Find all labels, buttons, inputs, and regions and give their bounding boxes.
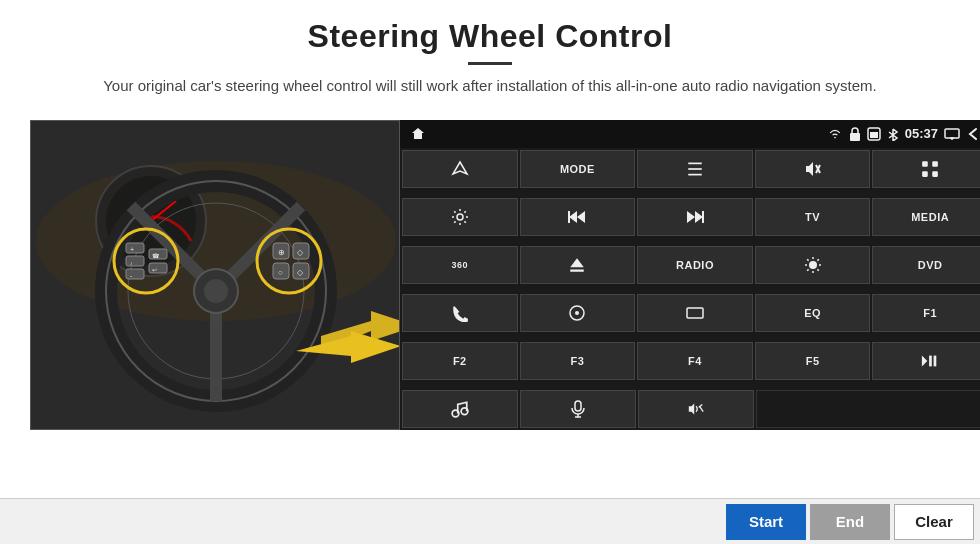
last-row (400, 390, 980, 430)
svg-marker-72 (922, 355, 927, 366)
svg-rect-47 (922, 161, 928, 167)
button-grid: MODE TV (400, 148, 980, 390)
svg-marker-41 (453, 162, 467, 174)
next-btn[interactable] (637, 198, 753, 236)
nav2-btn[interactable] (520, 294, 636, 332)
svg-rect-38 (945, 129, 959, 138)
f3-btn[interactable]: F3 (520, 342, 636, 380)
mic-btn[interactable] (520, 390, 636, 428)
svg-rect-16 (126, 269, 144, 279)
back-icon (966, 127, 980, 141)
status-left (410, 126, 426, 142)
tv-btn[interactable]: TV (755, 198, 871, 236)
start-button[interactable]: Start (726, 504, 806, 540)
svg-line-80 (700, 406, 704, 411)
svg-rect-37 (870, 132, 878, 138)
svg-rect-48 (932, 161, 938, 167)
title-divider (468, 62, 512, 65)
svg-text:☎: ☎ (152, 253, 160, 259)
svg-rect-35 (850, 133, 860, 141)
svg-rect-15 (126, 256, 144, 266)
svg-line-68 (817, 259, 818, 260)
svg-point-70 (575, 311, 579, 315)
sim-icon (867, 127, 881, 141)
svg-rect-71 (687, 308, 703, 318)
f5-btn[interactable]: F5 (755, 342, 871, 380)
action-bar: Start End Clear (0, 498, 980, 544)
status-time: 05:37 (905, 126, 938, 141)
page-subtitle: Your original car's steering wheel contr… (103, 75, 877, 98)
f4-btn[interactable]: F4 (637, 342, 753, 380)
svg-line-65 (807, 259, 808, 260)
wifi-icon (827, 128, 843, 140)
prev-btn[interactable] (520, 198, 636, 236)
svg-text:⊕: ⊕ (278, 248, 285, 257)
svg-rect-59 (571, 269, 585, 271)
settings-btn[interactable] (402, 198, 518, 236)
svg-marker-56 (695, 211, 703, 223)
svg-point-12 (204, 279, 228, 303)
end-button[interactable]: End (810, 504, 890, 540)
svg-marker-55 (687, 211, 695, 223)
music-btn[interactable] (402, 390, 518, 428)
svg-text:↩: ↩ (152, 267, 157, 273)
control-panel: 05:37 (400, 120, 980, 430)
screen-icon (944, 128, 960, 140)
vol-btn[interactable] (638, 390, 754, 428)
svg-line-66 (817, 269, 818, 270)
360-btn[interactable]: 360 (402, 246, 518, 284)
media-btn[interactable]: MEDIA (872, 198, 980, 236)
apps-btn[interactable] (872, 150, 980, 188)
svg-rect-73 (929, 355, 932, 366)
empty-btn (756, 390, 980, 428)
bluetooth-icon (887, 127, 899, 141)
status-bar: 05:37 (400, 120, 980, 148)
page-title: Steering Wheel Control (103, 18, 877, 55)
playpause-btn[interactable] (872, 342, 980, 380)
mode-btn[interactable]: MODE (520, 150, 636, 188)
svg-text:+: + (130, 246, 134, 253)
svg-marker-53 (569, 211, 577, 223)
svg-rect-14 (126, 243, 144, 253)
svg-rect-50 (932, 171, 938, 177)
f2-btn[interactable]: F2 (402, 342, 518, 380)
status-right: 05:37 (827, 126, 980, 141)
svg-marker-58 (571, 258, 585, 267)
mute-btn[interactable] (755, 150, 871, 188)
svg-text:◇: ◇ (297, 268, 304, 277)
svg-rect-74 (934, 355, 937, 366)
f1-btn[interactable]: F1 (872, 294, 980, 332)
svg-text:○: ○ (278, 268, 283, 277)
nav-btn[interactable] (402, 150, 518, 188)
eq-btn[interactable]: EQ (755, 294, 871, 332)
svg-rect-49 (922, 171, 928, 177)
svg-point-60 (809, 261, 817, 269)
svg-text:◇: ◇ (297, 248, 304, 257)
radio-btn[interactable]: RADIO (637, 246, 753, 284)
home-icon (410, 126, 426, 142)
svg-marker-52 (577, 211, 585, 223)
eject-btn[interactable] (520, 246, 636, 284)
dash-btn[interactable] (637, 294, 753, 332)
svg-line-67 (807, 269, 808, 270)
phone-btn[interactable] (402, 294, 518, 332)
dvd-btn[interactable]: DVD (872, 246, 980, 284)
svg-rect-77 (575, 401, 581, 411)
clear-button[interactable]: Clear (894, 504, 974, 540)
list-btn[interactable] (637, 150, 753, 188)
steering-wheel-image: + ♪ - ☎ ↩ ⊕ ◇ ○ ◇ (30, 120, 400, 430)
brightness-btn[interactable] (755, 246, 871, 284)
lock-icon (849, 127, 861, 141)
svg-point-51 (457, 214, 463, 220)
